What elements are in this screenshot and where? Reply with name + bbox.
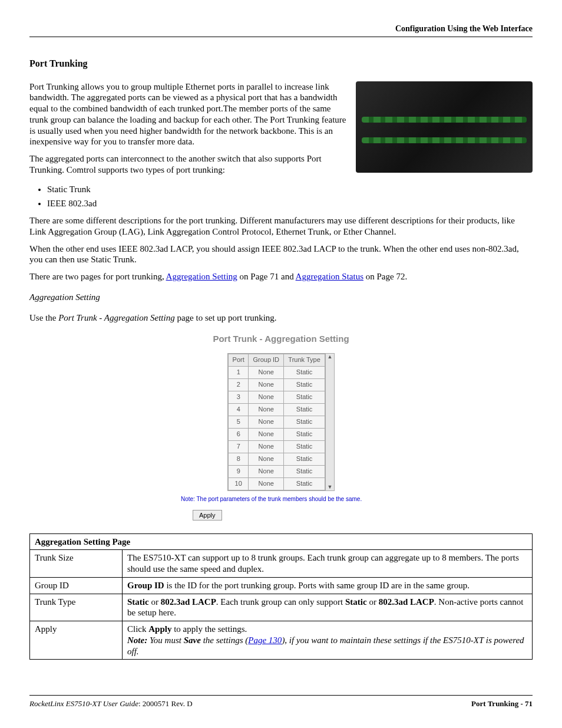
apply-button[interactable]: Apply	[193, 510, 222, 521]
cell-trunk-type[interactable]: Static	[284, 391, 325, 404]
description-paragraph-1: There are some different descriptions fo…	[29, 215, 533, 238]
col-group-id: Group ID	[249, 354, 284, 367]
cell-trunk-type[interactable]: Static	[284, 429, 325, 441]
table-row: 6NoneStatic	[229, 429, 325, 441]
ui-table-wrap: Port Group ID Trunk Type 1NoneStatic2Non…	[227, 353, 335, 491]
table-row: Trunk TypeStatic or 802.3ad LACP. Each t…	[30, 594, 533, 621]
subsection-title: Aggregation Setting	[29, 292, 533, 303]
cell-port: 1	[229, 367, 249, 379]
footer-left: RocketLinx ES7510-XT User Guide: 2000571…	[29, 699, 193, 709]
cell-trunk-type[interactable]: Static	[284, 404, 325, 416]
table-row: 8NoneStatic	[229, 453, 325, 466]
row-value: Click Apply to apply the settings.Note: …	[123, 621, 533, 660]
cell-trunk-type[interactable]: Static	[284, 367, 325, 379]
ui-screenshot-panel: Port Trunk - Aggregation Setting Port Gr…	[193, 334, 369, 491]
text: on Page 71 and	[237, 272, 296, 281]
cell-group-id[interactable]: None	[249, 429, 284, 441]
cell-port: 6	[229, 429, 249, 441]
ui-note-text: Note: The port parameters of the trunk m…	[181, 496, 381, 503]
col-trunk-type: Trunk Type	[284, 354, 325, 367]
table-row: 9NoneStatic	[229, 466, 325, 478]
row-value: Group ID is the ID for the port trunking…	[123, 577, 533, 594]
row-value: Static or 802.3ad LACP. Each trunk group…	[123, 594, 533, 621]
description-paragraph-2: When the other end uses IEEE 802.3ad LAC…	[29, 243, 533, 266]
row-value: The ES7510-XT can support up to 8 trunk …	[123, 550, 533, 578]
footer-revision: : 2000571 Rev. D	[138, 699, 193, 708]
text: There are two pages for port trunking,	[29, 272, 166, 281]
section-title: Port Trunking	[29, 58, 533, 70]
cell-group-id[interactable]: None	[249, 391, 284, 404]
footer-guide-name: RocketLinx ES7510-XT User Guide	[29, 699, 138, 708]
cell-trunk-type[interactable]: Static	[284, 466, 325, 478]
table-row: 3NoneStatic	[229, 391, 325, 404]
aggregation-status-link[interactable]: Aggregation Status	[296, 272, 363, 281]
row-key: Trunk Size	[30, 550, 123, 578]
doc-table-header: Aggregation Setting Page	[30, 533, 533, 550]
cell-group-id[interactable]: None	[249, 441, 284, 453]
scroll-down-icon[interactable]: ▼	[328, 484, 333, 490]
device-illustration	[356, 81, 533, 173]
page-130-link[interactable]: Page 130	[248, 635, 282, 645]
row-key: Apply	[30, 621, 123, 660]
row-key: Trunk Type	[30, 594, 123, 621]
table-row: 10NoneStatic	[229, 478, 325, 490]
subsection-use-line: Use the Port Trunk - Aggregation Setting…	[29, 312, 533, 324]
cell-group-id[interactable]: None	[249, 367, 284, 379]
scroll-up-icon[interactable]: ▲	[328, 354, 333, 360]
cell-group-id[interactable]: None	[249, 404, 284, 416]
table-row: 7NoneStatic	[229, 441, 325, 453]
cell-port: 3	[229, 391, 249, 404]
cell-port: 5	[229, 416, 249, 429]
cell-group-id[interactable]: None	[249, 416, 284, 429]
header-right-text: Configuration Using the Web Interface	[395, 24, 533, 33]
list-item: IEEE 802.3ad	[47, 198, 533, 209]
footer-right: Port Trunking - 71	[471, 699, 533, 709]
intro-block: Port Trunking allows you to group multip…	[29, 81, 533, 182]
text: Use the	[29, 313, 58, 322]
pages-reference-line: There are two pages for port trunking, A…	[29, 271, 533, 282]
text: page to set up port trunking.	[175, 313, 277, 322]
cell-trunk-type[interactable]: Static	[284, 453, 325, 466]
table-row: ApplyClick Apply to apply the settings.N…	[30, 621, 533, 660]
aggregation-setting-link[interactable]: Aggregation Setting	[166, 272, 237, 281]
trunking-types-list: Static Trunk IEEE 802.3ad	[47, 184, 533, 210]
table-row: Trunk SizeThe ES7510-XT can support up t…	[30, 550, 533, 578]
cell-trunk-type[interactable]: Static	[284, 478, 325, 490]
cell-port: 10	[229, 478, 249, 490]
row-key: Group ID	[30, 577, 123, 594]
list-item: Static Trunk	[47, 184, 533, 195]
cell-port: 4	[229, 404, 249, 416]
aggregation-setting-doc-table: Aggregation Setting Page Trunk SizeThe E…	[29, 533, 533, 660]
cell-port: 8	[229, 453, 249, 466]
cell-group-id[interactable]: None	[249, 466, 284, 478]
cell-trunk-type[interactable]: Static	[284, 379, 325, 391]
scrollbar[interactable]: ▲ ▼	[325, 354, 334, 490]
cell-trunk-type[interactable]: Static	[284, 441, 325, 453]
ui-panel-title: Port Trunk - Aggregation Setting	[193, 334, 369, 345]
page-header: Configuration Using the Web Interface	[29, 24, 533, 37]
table-row: 4NoneStatic	[229, 404, 325, 416]
page-name-italic: Port Trunk - Aggregation Setting	[58, 313, 175, 322]
table-row: 1NoneStatic	[229, 367, 325, 379]
table-row: 2NoneStatic	[229, 379, 325, 391]
cell-group-id[interactable]: None	[249, 453, 284, 466]
cell-port: 2	[229, 379, 249, 391]
table-row: 5NoneStatic	[229, 416, 325, 429]
table-row: Group IDGroup ID is the ID for the port …	[30, 577, 533, 594]
text: on Page 72.	[363, 272, 407, 281]
cell-group-id[interactable]: None	[249, 478, 284, 490]
cell-group-id[interactable]: None	[249, 379, 284, 391]
cell-port: 7	[229, 441, 249, 453]
cell-trunk-type[interactable]: Static	[284, 416, 325, 429]
port-trunk-table: Port Group ID Trunk Type 1NoneStatic2Non…	[228, 354, 325, 490]
page-footer: RocketLinx ES7510-XT User Guide: 2000571…	[29, 695, 533, 709]
cell-port: 9	[229, 466, 249, 478]
col-port: Port	[229, 354, 249, 367]
